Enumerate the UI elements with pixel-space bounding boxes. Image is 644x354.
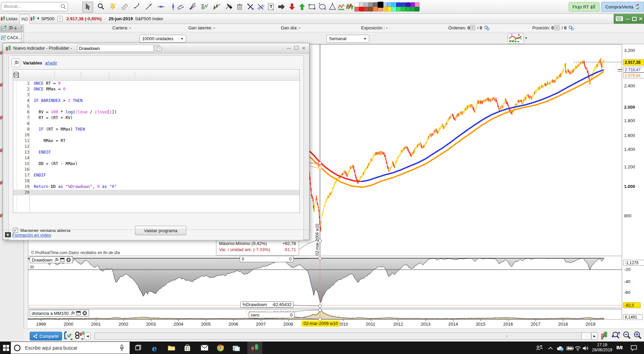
wrench-icon[interactable]: [8, 26, 13, 31]
trash-tool-icon[interactable]: [235, 2, 245, 12]
palette-color-bottom-7[interactable]: [387, 7, 392, 11]
distancia-panel[interactable]: [28, 309, 622, 320]
taskbar-search[interactable]: Escribe aquí para buscar: [11, 342, 130, 354]
store-icon[interactable]: [184, 345, 191, 351]
zoom-candle-icon[interactable]: [601, 331, 609, 340]
dialog-titlebar[interactable]: Nuevo indicador - ProBuilder - ? — ×: [3, 43, 309, 54]
posicion-box-icon[interactable]: x: [554, 25, 560, 30]
palette-color-top-4[interactable]: [373, 2, 378, 7]
file-explorer-icon[interactable]: [168, 345, 175, 351]
time-axis[interactable]: [28, 320, 622, 329]
video-training-link[interactable]: Formación en vídeo: [12, 233, 51, 238]
arrow-down-small-icon[interactable]: [14, 26, 18, 31]
prt-taskbar-highlight[interactable]: [247, 342, 262, 354]
volume-icon[interactable]: [583, 346, 589, 351]
indicators-icon[interactable]: [508, 33, 524, 44]
code-line-7[interactable]: 7 RT = (RT + RV): [13, 115, 299, 121]
edge-icon[interactable]: e: [152, 344, 157, 353]
palette-color-bottom-4[interactable]: [373, 7, 378, 11]
candleline-tool-icon[interactable]: [212, 2, 222, 12]
dialog-maximize-icon[interactable]: [294, 46, 298, 50]
code-line-19[interactable]: 19Return DD as "%Drawdown", 0 as "0": [13, 184, 299, 190]
code-line-2[interactable]: 2ONCE RMax = 0: [13, 86, 299, 92]
indicator-name-input[interactable]: [77, 45, 154, 52]
units-dropdown[interactable]: 10000 unidades▼: [139, 35, 186, 43]
palette-color-bottom-13[interactable]: [415, 7, 420, 11]
cortana-icon[interactable]: [14, 344, 21, 352]
add-chart-icon[interactable]: [1, 25, 7, 31]
rect-tool-icon[interactable]: [307, 2, 317, 12]
code-line-18[interactable]: 18: [13, 178, 299, 184]
dialog-minimize-icon[interactable]: —: [286, 46, 292, 51]
code-line-11[interactable]: 11 RMax = RT: [13, 138, 299, 144]
arrowU-tool-icon[interactable]: [297, 2, 307, 12]
posicion-gear-icon[interactable]: [568, 25, 574, 31]
drawdown-panel[interactable]: [28, 256, 622, 308]
elliott-tool-icon[interactable]: [345, 2, 355, 12]
wrench-icon[interactable]: [14, 60, 19, 65]
arrowR-tool-icon[interactable]: [276, 2, 287, 12]
hide-tool-icon[interactable]: [256, 2, 266, 12]
tools-tool-icon[interactable]: [223, 2, 234, 12]
tray-clock[interactable]: 17:1926/06/2019: [591, 343, 613, 353]
code-line-20[interactable]: 20: [13, 190, 299, 195]
delpts-tool-icon[interactable]: [245, 2, 256, 12]
palette-color-bottom-3[interactable]: [368, 7, 373, 11]
print-icon[interactable]: [13, 72, 20, 80]
ordenes-gear-icon[interactable]: [483, 25, 490, 31]
people-icon[interactable]: [232, 345, 240, 351]
screenshot-icon[interactable]: [64, 331, 74, 340]
maximize-icon[interactable]: [632, 17, 637, 21]
palette-color-bottom-2[interactable]: [364, 7, 369, 11]
fork-tool-icon[interactable]: [188, 2, 198, 12]
palette-color-bottom-8[interactable]: [392, 7, 396, 11]
price-scale-area[interactable]: [622, 44, 644, 328]
text-tool-icon[interactable]: T: [266, 2, 276, 12]
code-line-16[interactable]: 16: [13, 167, 299, 172]
code-line-3[interactable]: 3: [13, 92, 299, 98]
tray-caret-icon[interactable]: [548, 347, 553, 350]
tab-ind[interactable]: IND: [20, 15, 30, 24]
link-candle-icon[interactable]: [74, 331, 84, 341]
code-line-13[interactable]: 13 ENDIF: [13, 149, 299, 155]
symbol-name[interactable]: SP500: [41, 16, 54, 21]
flujo-rt-button[interactable]: Flujo RT: [569, 2, 599, 11]
tab-cac40[interactable]: CAC4...: [0, 32, 22, 43]
chrome-icon[interactable]: [217, 344, 224, 352]
zoom-tool-icon[interactable]: [96, 2, 106, 12]
palette-color-bottom-9[interactable]: [396, 7, 401, 11]
ellipse-tool-icon[interactable]: [317, 2, 327, 12]
mail-icon[interactable]: [201, 345, 208, 351]
scroll-left-button[interactable]: ◀: [84, 332, 91, 340]
code-line-14[interactable]: 14: [13, 155, 299, 161]
add-variable-link[interactable]: añadir: [45, 60, 57, 65]
dialog-close-icon[interactable]: ×: [301, 46, 306, 51]
more-icon[interactable]: ...I: [18, 25, 22, 29]
palette-color-top-13[interactable]: [415, 2, 420, 7]
palette-color-top-2[interactable]: [364, 2, 369, 7]
help-doc-icon[interactable]: ?: [154, 45, 162, 52]
arrowD-tool-icon[interactable]: [287, 2, 297, 12]
palette-color-top-3[interactable]: [368, 2, 373, 7]
zoom-fit-icon[interactable]: [611, 331, 620, 340]
palette-color-top-9[interactable]: [396, 2, 401, 7]
code-line-6[interactable]: 6 RV = 100 * log(close / close[1]): [13, 109, 299, 115]
palette-color-top-0[interactable]: [354, 2, 359, 7]
share-button[interactable]: Compartir: [30, 332, 62, 341]
mic-icon[interactable]: [119, 345, 124, 351]
code-line-1[interactable]: 1ONCE RT = 0: [13, 81, 299, 86]
code-line-5[interactable]: 5: [13, 104, 299, 109]
ordenes-box-icon[interactable]: x: [470, 25, 475, 30]
palette-color-top-11[interactable]: [406, 2, 410, 7]
keyboard-icon[interactable]: [616, 16, 623, 21]
code-line-8[interactable]: 8: [13, 121, 299, 127]
code-area[interactable]: 1ONCE RT = 02ONCE RMax = 034IF BARINDEX …: [13, 81, 299, 212]
tray-people-icon[interactable]: [536, 345, 543, 351]
palette-color-top-5[interactable]: [378, 2, 383, 8]
cursor-tool-icon[interactable]: [82, 2, 93, 12]
language-indicator[interactable]: IMI: [616, 345, 622, 350]
compra-venta-button[interactable]: Compra/Venta: [601, 2, 644, 12]
segment-tool-icon[interactable]: [132, 2, 142, 12]
palette-color-bottom-10[interactable]: [401, 7, 406, 11]
hline-tool-icon[interactable]: [156, 2, 166, 12]
